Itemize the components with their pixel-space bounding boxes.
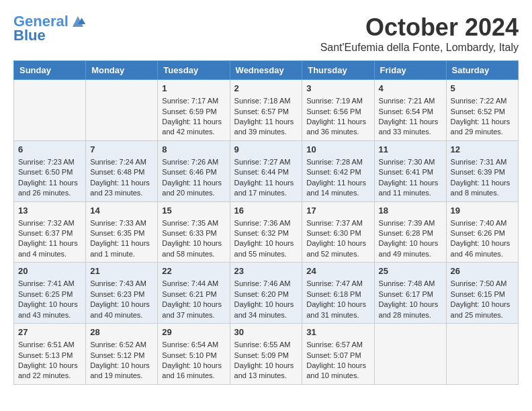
daylight-text: Daylight: 11 hours and 23 minutes. — [90, 179, 150, 197]
header-day-wednesday: Wednesday — [230, 61, 302, 80]
daylight-text: Daylight: 10 hours and 13 minutes. — [234, 361, 294, 379]
logo: General Blue — [13, 13, 86, 44]
sunrise-text: Sunrise: 7:50 AM — [451, 279, 507, 287]
day-number: 27 — [18, 326, 81, 338]
sunrise-text: Sunrise: 7:44 AM — [162, 279, 218, 287]
sunset-text: Sunset: 6:54 PM — [379, 107, 433, 116]
daylight-text: Daylight: 11 hours and 39 minutes. — [234, 118, 294, 136]
sunset-text: Sunset: 5:10 PM — [162, 351, 216, 359]
sunset-text: Sunset: 6:21 PM — [162, 290, 216, 298]
month-title: October 2024 — [320, 13, 519, 42]
sunset-text: Sunset: 6:15 PM — [451, 290, 505, 298]
sunset-text: Sunset: 6:32 PM — [234, 229, 289, 237]
sunrise-text: Sunrise: 7:18 AM — [234, 97, 291, 105]
sunrise-text: Sunrise: 7:41 AM — [18, 279, 75, 287]
day-number: 21 — [90, 265, 153, 277]
daylight-text: Daylight: 11 hours and 26 minutes. — [18, 179, 78, 197]
calendar-cell: 30Sunrise: 6:55 AMSunset: 5:09 PMDayligh… — [230, 324, 302, 385]
sunset-text: Sunset: 6:48 PM — [90, 168, 144, 176]
day-number: 29 — [162, 326, 225, 338]
calendar-cell: 19Sunrise: 7:40 AMSunset: 6:26 PMDayligh… — [446, 201, 518, 263]
day-number: 14 — [90, 205, 153, 217]
daylight-text: Daylight: 10 hours and 40 minutes. — [90, 300, 150, 318]
sunrise-text: Sunrise: 7:27 AM — [234, 158, 291, 166]
calendar-cell: 8Sunrise: 7:26 AMSunset: 6:46 PMDaylight… — [158, 140, 230, 201]
calendar-cell: 24Sunrise: 7:47 AMSunset: 6:18 PMDayligh… — [302, 263, 374, 324]
day-number: 22 — [162, 265, 225, 277]
daylight-text: Daylight: 11 hours and 11 minutes. — [379, 179, 439, 197]
header-day-thursday: Thursday — [302, 61, 374, 80]
sunset-text: Sunset: 6:42 PM — [306, 168, 361, 176]
page-header: General Blue October 2024 Sant'Eufemia d… — [13, 13, 519, 54]
sunrise-text: Sunrise: 7:39 AM — [379, 219, 435, 227]
sunset-text: Sunset: 6:35 PM — [90, 229, 144, 237]
sunset-text: Sunset: 6:46 PM — [162, 168, 216, 176]
sunrise-text: Sunrise: 7:21 AM — [379, 97, 435, 105]
day-number: 19 — [451, 205, 514, 217]
calendar-cell: 6Sunrise: 7:23 AMSunset: 6:50 PMDaylight… — [14, 140, 86, 201]
sunrise-text: Sunrise: 7:24 AM — [90, 158, 146, 166]
day-number: 16 — [234, 205, 298, 217]
day-number: 2 — [234, 83, 298, 95]
calendar-week-5: 27Sunrise: 6:51 AMSunset: 5:13 PMDayligh… — [14, 324, 519, 385]
daylight-text: Daylight: 10 hours and 58 minutes. — [162, 239, 222, 257]
sunset-text: Sunset: 5:09 PM — [234, 351, 289, 359]
calendar-cell: 21Sunrise: 7:43 AMSunset: 6:23 PMDayligh… — [86, 263, 158, 324]
calendar-cell: 26Sunrise: 7:50 AMSunset: 6:15 PMDayligh… — [446, 263, 518, 324]
sunset-text: Sunset: 6:33 PM — [162, 229, 216, 237]
calendar-week-2: 6Sunrise: 7:23 AMSunset: 6:50 PMDaylight… — [14, 140, 519, 201]
sunset-text: Sunset: 6:17 PM — [379, 290, 433, 298]
title-block: October 2024 Sant'Eufemia della Fonte, L… — [320, 13, 519, 54]
calendar-cell — [14, 80, 86, 141]
day-number: 10 — [306, 144, 369, 156]
daylight-text: Daylight: 10 hours and 31 minutes. — [306, 300, 366, 318]
sunset-text: Sunset: 6:23 PM — [90, 290, 144, 298]
sunset-text: Sunset: 6:52 PM — [451, 107, 505, 116]
sunset-text: Sunset: 6:41 PM — [379, 168, 433, 176]
header-day-sunday: Sunday — [14, 61, 86, 80]
sunset-text: Sunset: 6:20 PM — [234, 290, 289, 298]
daylight-text: Daylight: 11 hours and 17 minutes. — [234, 179, 294, 197]
day-number: 1 — [162, 83, 225, 95]
day-number: 13 — [18, 205, 81, 217]
logo-icon — [70, 13, 86, 30]
sunset-text: Sunset: 6:30 PM — [306, 229, 361, 237]
calendar-week-3: 13Sunrise: 7:32 AMSunset: 6:37 PMDayligh… — [14, 201, 519, 263]
calendar-cell: 18Sunrise: 7:39 AMSunset: 6:28 PMDayligh… — [374, 201, 446, 263]
sunset-text: Sunset: 6:26 PM — [451, 229, 505, 237]
location-subtitle: Sant'Eufemia della Fonte, Lombardy, Ital… — [320, 42, 519, 54]
calendar-cell: 28Sunrise: 6:52 AMSunset: 5:12 PMDayligh… — [86, 324, 158, 385]
sunrise-text: Sunrise: 6:57 AM — [306, 340, 363, 349]
header-day-friday: Friday — [374, 61, 446, 80]
sunrise-text: Sunrise: 7:26 AM — [162, 158, 218, 166]
day-number: 28 — [90, 326, 153, 338]
calendar-cell — [446, 324, 518, 385]
sunset-text: Sunset: 6:44 PM — [234, 168, 289, 176]
sunrise-text: Sunrise: 7:48 AM — [379, 279, 435, 287]
day-number: 11 — [379, 144, 442, 156]
day-number: 8 — [162, 144, 225, 156]
sunset-text: Sunset: 6:59 PM — [162, 107, 216, 116]
daylight-text: Daylight: 10 hours and 55 minutes. — [234, 239, 294, 257]
sunset-text: Sunset: 6:50 PM — [18, 168, 73, 176]
day-number: 26 — [451, 265, 514, 277]
sunrise-text: Sunrise: 7:28 AM — [306, 158, 363, 166]
sunrise-text: Sunrise: 7:32 AM — [18, 219, 75, 227]
header-day-monday: Monday — [86, 61, 158, 80]
daylight-text: Daylight: 11 hours and 42 minutes. — [162, 118, 222, 136]
header-day-tuesday: Tuesday — [158, 61, 230, 80]
sunset-text: Sunset: 6:57 PM — [234, 107, 289, 116]
calendar-cell: 14Sunrise: 7:33 AMSunset: 6:35 PMDayligh… — [86, 201, 158, 263]
day-number: 12 — [451, 144, 514, 156]
calendar-cell: 4Sunrise: 7:21 AMSunset: 6:54 PMDaylight… — [374, 80, 446, 141]
sunrise-text: Sunrise: 7:35 AM — [162, 219, 218, 227]
header-row: SundayMondayTuesdayWednesdayThursdayFrid… — [14, 61, 519, 80]
calendar-cell — [374, 324, 446, 385]
calendar-cell: 7Sunrise: 7:24 AMSunset: 6:48 PMDaylight… — [86, 140, 158, 201]
calendar-cell: 11Sunrise: 7:30 AMSunset: 6:41 PMDayligh… — [374, 140, 446, 201]
sunrise-text: Sunrise: 7:40 AM — [451, 219, 507, 227]
day-number: 6 — [18, 144, 81, 156]
sunrise-text: Sunrise: 7:19 AM — [306, 97, 363, 105]
sunrise-text: Sunrise: 7:17 AM — [162, 97, 218, 105]
calendar-week-1: 1Sunrise: 7:17 AMSunset: 6:59 PMDaylight… — [14, 80, 519, 141]
